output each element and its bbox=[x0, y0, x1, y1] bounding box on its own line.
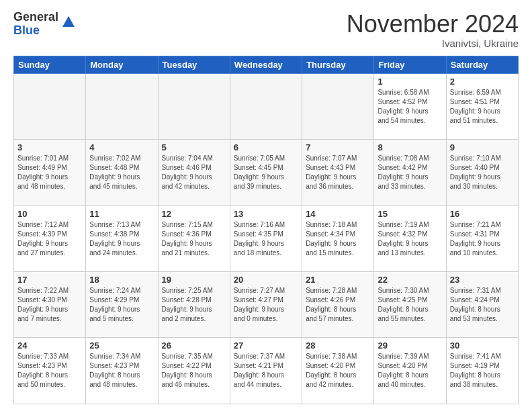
col-sunday: Sunday bbox=[14, 56, 86, 73]
day-info: Sunrise: 7:21 AM Sunset: 4:31 PM Dayligh… bbox=[450, 220, 515, 258]
table-row bbox=[14, 73, 86, 139]
day-info: Sunrise: 7:33 AM Sunset: 4:23 PM Dayligh… bbox=[17, 352, 82, 390]
day-number: 12 bbox=[162, 209, 226, 219]
table-row: 21Sunrise: 7:28 AM Sunset: 4:26 PM Dayli… bbox=[302, 272, 374, 338]
table-row: 4Sunrise: 7:02 AM Sunset: 4:48 PM Daylig… bbox=[86, 140, 158, 205]
table-row: 2Sunrise: 6:59 AM Sunset: 4:51 PM Daylig… bbox=[446, 73, 518, 139]
month-title: November 2024 bbox=[347, 11, 519, 38]
table-row: 12Sunrise: 7:15 AM Sunset: 4:36 PM Dayli… bbox=[158, 205, 230, 271]
table-row: 16Sunrise: 7:21 AM Sunset: 4:31 PM Dayli… bbox=[446, 205, 518, 271]
day-number: 6 bbox=[234, 142, 298, 152]
table-row: 3Sunrise: 7:01 AM Sunset: 4:49 PM Daylig… bbox=[14, 140, 86, 205]
day-number: 1 bbox=[378, 77, 442, 87]
table-row: 14Sunrise: 7:18 AM Sunset: 4:34 PM Dayli… bbox=[302, 205, 374, 271]
logo-general: General bbox=[13, 11, 58, 24]
logo-icon bbox=[61, 15, 76, 32]
day-number: 25 bbox=[89, 340, 154, 351]
col-friday: Friday bbox=[374, 56, 446, 73]
day-info: Sunrise: 7:24 AM Sunset: 4:29 PM Dayligh… bbox=[89, 286, 154, 324]
day-info: Sunrise: 6:58 AM Sunset: 4:52 PM Dayligh… bbox=[378, 88, 442, 126]
day-number: 28 bbox=[306, 340, 370, 351]
table-row: 6Sunrise: 7:05 AM Sunset: 4:45 PM Daylig… bbox=[230, 140, 302, 205]
table-row: 24Sunrise: 7:33 AM Sunset: 4:23 PM Dayli… bbox=[14, 338, 86, 404]
calendar-week-row: 1Sunrise: 6:58 AM Sunset: 4:52 PM Daylig… bbox=[14, 73, 519, 139]
day-info: Sunrise: 7:25 AM Sunset: 4:28 PM Dayligh… bbox=[162, 286, 226, 324]
day-info: Sunrise: 7:13 AM Sunset: 4:38 PM Dayligh… bbox=[89, 220, 154, 258]
day-number: 7 bbox=[306, 142, 370, 152]
subtitle: Ivanivtsi, Ukraine bbox=[347, 38, 519, 49]
day-info: Sunrise: 7:28 AM Sunset: 4:26 PM Dayligh… bbox=[306, 286, 370, 324]
day-info: Sunrise: 7:10 AM Sunset: 4:40 PM Dayligh… bbox=[450, 154, 515, 191]
day-info: Sunrise: 7:01 AM Sunset: 4:49 PM Dayligh… bbox=[17, 154, 82, 191]
table-row: 8Sunrise: 7:08 AM Sunset: 4:42 PM Daylig… bbox=[374, 140, 446, 205]
table-row bbox=[158, 73, 230, 139]
col-monday: Monday bbox=[86, 56, 158, 73]
day-number: 2 bbox=[450, 77, 515, 87]
day-number: 24 bbox=[17, 340, 82, 351]
day-number: 17 bbox=[17, 275, 82, 285]
table-row: 13Sunrise: 7:16 AM Sunset: 4:35 PM Dayli… bbox=[230, 205, 302, 271]
day-info: Sunrise: 7:34 AM Sunset: 4:23 PM Dayligh… bbox=[89, 352, 154, 390]
table-row bbox=[230, 73, 302, 139]
col-thursday: Thursday bbox=[302, 56, 374, 73]
table-row: 10Sunrise: 7:12 AM Sunset: 4:39 PM Dayli… bbox=[14, 205, 86, 271]
table-row: 27Sunrise: 7:37 AM Sunset: 4:21 PM Dayli… bbox=[230, 338, 302, 404]
day-info: Sunrise: 7:05 AM Sunset: 4:45 PM Dayligh… bbox=[234, 154, 298, 191]
day-number: 27 bbox=[234, 340, 298, 351]
table-row: 17Sunrise: 7:22 AM Sunset: 4:30 PM Dayli… bbox=[14, 272, 86, 338]
header: General Blue November 2024 Ivanivtsi, Uk… bbox=[13, 11, 519, 49]
calendar-week-row: 24Sunrise: 7:33 AM Sunset: 4:23 PM Dayli… bbox=[14, 338, 519, 404]
day-number: 18 bbox=[89, 275, 154, 285]
day-info: Sunrise: 7:35 AM Sunset: 4:22 PM Dayligh… bbox=[162, 352, 226, 390]
day-info: Sunrise: 7:15 AM Sunset: 4:36 PM Dayligh… bbox=[162, 220, 226, 258]
day-number: 13 bbox=[234, 209, 298, 219]
day-info: Sunrise: 7:27 AM Sunset: 4:27 PM Dayligh… bbox=[234, 286, 298, 324]
table-row: 9Sunrise: 7:10 AM Sunset: 4:40 PM Daylig… bbox=[446, 140, 518, 205]
day-info: Sunrise: 7:31 AM Sunset: 4:24 PM Dayligh… bbox=[450, 286, 515, 324]
title-block: November 2024 Ivanivtsi, Ukraine bbox=[347, 11, 519, 49]
table-row: 25Sunrise: 7:34 AM Sunset: 4:23 PM Dayli… bbox=[86, 338, 158, 404]
day-number: 22 bbox=[378, 275, 442, 285]
table-row: 1Sunrise: 6:58 AM Sunset: 4:52 PM Daylig… bbox=[374, 73, 446, 139]
col-wednesday: Wednesday bbox=[230, 56, 302, 73]
day-info: Sunrise: 7:08 AM Sunset: 4:42 PM Dayligh… bbox=[378, 154, 442, 191]
table-row: 18Sunrise: 7:24 AM Sunset: 4:29 PM Dayli… bbox=[86, 272, 158, 338]
table-row: 15Sunrise: 7:19 AM Sunset: 4:32 PM Dayli… bbox=[374, 205, 446, 271]
day-info: Sunrise: 7:16 AM Sunset: 4:35 PM Dayligh… bbox=[234, 220, 298, 258]
day-number: 8 bbox=[378, 142, 442, 152]
day-info: Sunrise: 7:02 AM Sunset: 4:48 PM Dayligh… bbox=[89, 154, 154, 191]
day-number: 16 bbox=[450, 209, 515, 219]
table-row: 19Sunrise: 7:25 AM Sunset: 4:28 PM Dayli… bbox=[158, 272, 230, 338]
day-info: Sunrise: 7:38 AM Sunset: 4:20 PM Dayligh… bbox=[306, 352, 370, 390]
day-number: 15 bbox=[378, 209, 442, 219]
calendar-week-row: 17Sunrise: 7:22 AM Sunset: 4:30 PM Dayli… bbox=[14, 272, 519, 338]
table-row: 22Sunrise: 7:30 AM Sunset: 4:25 PM Dayli… bbox=[374, 272, 446, 338]
table-row bbox=[302, 73, 374, 139]
day-number: 11 bbox=[89, 209, 154, 219]
day-number: 21 bbox=[306, 275, 370, 285]
day-info: Sunrise: 7:18 AM Sunset: 4:34 PM Dayligh… bbox=[306, 220, 370, 258]
table-row: 26Sunrise: 7:35 AM Sunset: 4:22 PM Dayli… bbox=[158, 338, 230, 404]
day-number: 20 bbox=[234, 275, 298, 285]
day-info: Sunrise: 7:22 AM Sunset: 4:30 PM Dayligh… bbox=[17, 286, 82, 324]
day-info: Sunrise: 7:37 AM Sunset: 4:21 PM Dayligh… bbox=[234, 352, 298, 390]
day-number: 19 bbox=[162, 275, 226, 285]
page: General Blue November 2024 Ivanivtsi, Uk… bbox=[0, 0, 532, 411]
calendar-table: Sunday Monday Tuesday Wednesday Thursday… bbox=[13, 56, 519, 404]
day-info: Sunrise: 7:12 AM Sunset: 4:39 PM Dayligh… bbox=[17, 220, 82, 258]
calendar-week-row: 3Sunrise: 7:01 AM Sunset: 4:49 PM Daylig… bbox=[14, 140, 519, 205]
table-row bbox=[86, 73, 158, 139]
day-number: 14 bbox=[306, 209, 370, 219]
table-row: 5Sunrise: 7:04 AM Sunset: 4:46 PM Daylig… bbox=[158, 140, 230, 205]
day-info: Sunrise: 7:19 AM Sunset: 4:32 PM Dayligh… bbox=[378, 220, 442, 258]
calendar-week-row: 10Sunrise: 7:12 AM Sunset: 4:39 PM Dayli… bbox=[14, 205, 519, 271]
day-info: Sunrise: 7:41 AM Sunset: 4:19 PM Dayligh… bbox=[450, 352, 515, 390]
day-number: 4 bbox=[89, 142, 154, 152]
table-row: 29Sunrise: 7:39 AM Sunset: 4:20 PM Dayli… bbox=[374, 338, 446, 404]
table-row: 30Sunrise: 7:41 AM Sunset: 4:19 PM Dayli… bbox=[446, 338, 518, 404]
table-row: 23Sunrise: 7:31 AM Sunset: 4:24 PM Dayli… bbox=[446, 272, 518, 338]
day-info: Sunrise: 7:39 AM Sunset: 4:20 PM Dayligh… bbox=[378, 352, 442, 390]
day-info: Sunrise: 7:04 AM Sunset: 4:46 PM Dayligh… bbox=[162, 154, 226, 191]
day-number: 10 bbox=[17, 209, 82, 219]
day-info: Sunrise: 7:30 AM Sunset: 4:25 PM Dayligh… bbox=[378, 286, 442, 324]
